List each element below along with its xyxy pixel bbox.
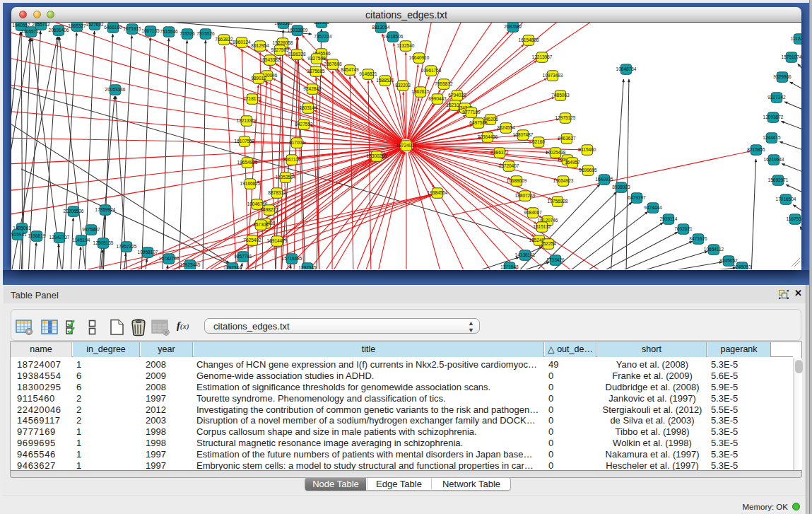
svg-text:1371648: 1371648	[500, 264, 519, 269]
svg-text:2935114: 2935114	[660, 216, 678, 221]
svg-text:1292345: 1292345	[298, 265, 317, 269]
svg-text:8454749: 8454749	[341, 67, 359, 72]
svg-text:1362615: 1362615	[411, 89, 430, 94]
svg-text:9115460: 9115460	[579, 147, 596, 152]
svg-text:9146821: 9146821	[359, 71, 377, 76]
svg-text:8960124: 8960124	[233, 40, 251, 45]
svg-text:16543382: 16543382	[260, 57, 281, 62]
svg-text:1603380: 1603380	[274, 23, 293, 25]
svg-text:1071915: 1071915	[123, 26, 141, 31]
svg-text:7515546: 7515546	[160, 29, 178, 34]
svg-text:18724007: 18724007	[396, 143, 417, 148]
svg-text:12975125: 12975125	[555, 115, 576, 120]
svg-text:3875685: 3875685	[307, 69, 325, 74]
svg-text:1145194: 1145194	[73, 238, 90, 243]
svg-text:157304: 157304	[253, 222, 269, 227]
svg-text:19756928: 19756928	[548, 199, 568, 204]
svg-text:1132540: 1132540	[397, 43, 415, 48]
svg-text:9474444: 9474444	[644, 205, 662, 210]
svg-text:19654925: 19654925	[237, 160, 258, 165]
svg-text:989012: 989012	[251, 76, 266, 81]
svg-text:12213967: 12213967	[532, 54, 553, 59]
svg-text:8186328: 8186328	[288, 52, 306, 57]
svg-text:617004: 617004	[289, 140, 305, 145]
svg-text:8878314: 8878314	[268, 190, 286, 195]
svg-text:9245052: 9245052	[719, 258, 738, 263]
svg-text:12942737: 12942737	[49, 235, 70, 240]
svg-text:10688609: 10688609	[507, 178, 527, 183]
svg-text:2087682: 2087682	[504, 24, 522, 29]
svg-text:6794028: 6794028	[448, 93, 466, 98]
svg-text:9777169: 9777169	[462, 110, 481, 115]
svg-text:10958107: 10958107	[138, 250, 158, 255]
svg-text:1167533: 1167533	[787, 216, 801, 221]
svg-text:20206536: 20206536	[64, 209, 84, 214]
svg-text:16033809: 16033809	[288, 28, 308, 33]
svg-text:252254: 252254	[541, 241, 556, 246]
svg-text:2718176: 2718176	[243, 96, 261, 101]
svg-text:9084067: 9084067	[524, 210, 542, 215]
svg-text:10961758: 10961758	[421, 68, 442, 73]
svg-text:881305: 881305	[314, 23, 329, 25]
svg-text:2055712: 2055712	[32, 23, 50, 27]
svg-text:8498222: 8498222	[260, 207, 278, 212]
svg-text:8215955: 8215955	[747, 147, 765, 152]
svg-text:832203: 832203	[395, 83, 411, 88]
svg-text:16782759: 16782759	[159, 256, 180, 261]
svg-text:17957225: 17957225	[117, 244, 137, 249]
svg-text:6466160: 6466160	[104, 25, 122, 30]
svg-text:9975887: 9975887	[82, 227, 100, 232]
svg-text:7632621: 7632621	[674, 226, 693, 231]
svg-text:1615132: 1615132	[533, 224, 551, 229]
svg-text:7485063: 7485063	[551, 93, 570, 98]
svg-text:16210643: 16210643	[764, 157, 784, 162]
svg-text:7986372: 7986372	[490, 150, 509, 155]
svg-text:9699695: 9699695	[579, 168, 597, 173]
svg-text:3624554: 3624554	[497, 125, 515, 130]
svg-text:1292344: 1292344	[223, 265, 242, 269]
svg-text:8471676: 8471676	[689, 236, 707, 241]
svg-text:1733426: 1733426	[546, 257, 565, 262]
svg-text:8813054: 8813054	[372, 25, 390, 30]
svg-text:12213369: 12213369	[237, 118, 257, 123]
svg-text:19654923: 19654923	[553, 178, 574, 183]
svg-text:8990443: 8990443	[428, 96, 447, 101]
svg-text:6497568: 6497568	[469, 120, 488, 125]
svg-text:14136141: 14136141	[515, 252, 536, 257]
svg-text:1667135: 1667135	[141, 28, 160, 33]
svg-text:20691406: 20691406	[49, 28, 69, 33]
svg-text:19166825: 19166825	[240, 181, 261, 186]
svg-text:1112450: 1112450	[791, 36, 801, 41]
svg-text:9327508: 9327508	[307, 56, 326, 61]
svg-text:12505135: 12505135	[93, 240, 114, 245]
svg-text:1065327: 1065327	[68, 23, 86, 28]
svg-text:9242848: 9242848	[303, 86, 322, 91]
svg-text:19218506: 19218506	[383, 34, 404, 39]
svg-text:2803144: 2803144	[299, 105, 317, 110]
svg-text:3915941: 3915941	[11, 232, 27, 237]
svg-text:1244415: 1244415	[763, 135, 781, 140]
svg-text:62160: 62160	[532, 139, 545, 144]
svg-text:9227342: 9227342	[767, 95, 786, 100]
svg-text:12923445: 12923445	[180, 262, 201, 267]
svg-text:10648764: 10648764	[616, 66, 637, 71]
svg-text:17016504: 17016504	[776, 197, 796, 201]
svg-text:8427552: 8427552	[295, 122, 313, 127]
svg-text:715526: 715526	[180, 31, 195, 36]
svg-text:20364436: 20364436	[478, 134, 498, 139]
svg-text:1156819: 1156819	[28, 233, 46, 238]
svg-text:16914479: 16914479	[267, 238, 288, 243]
svg-text:16154808: 16154808	[519, 37, 539, 42]
svg-text:1527602: 1527602	[86, 23, 104, 27]
svg-text:16107552: 16107552	[235, 139, 255, 144]
svg-text:11353594: 11353594	[276, 175, 296, 180]
svg-text:10807487: 10807487	[513, 132, 534, 137]
svg-text:20053346: 20053346	[105, 87, 126, 92]
svg-text:15720407: 15720407	[499, 163, 519, 168]
svg-text:9245053: 9245053	[733, 264, 751, 269]
svg-text:8938923: 8938923	[612, 185, 630, 189]
svg-text:9327505: 9327505	[271, 47, 289, 52]
svg-text:3267110: 3267110	[283, 157, 301, 162]
svg-text:7515526: 7515526	[196, 31, 215, 36]
svg-text:16640910: 16640910	[409, 55, 430, 60]
